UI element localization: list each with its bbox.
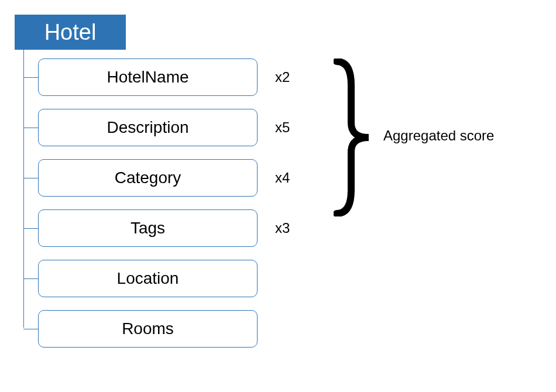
branch-line	[23, 178, 38, 178]
field-multiplier: x3	[275, 220, 304, 236]
aggregated-score-label: Aggregated score	[383, 128, 494, 144]
field-row: Location	[23, 260, 304, 297]
field-box-hotelname: HotelName	[38, 59, 258, 96]
root-entity-label: Hotel	[44, 20, 97, 45]
field-box-rooms: Rooms	[38, 310, 258, 348]
field-box-description: Description	[38, 109, 258, 146]
field-multiplier: x4	[275, 170, 304, 186]
branch-line	[23, 278, 38, 279]
curly-brace-icon	[334, 59, 375, 216]
field-row: Category x4	[23, 159, 304, 197]
branch-line	[23, 329, 38, 329]
branch-line	[23, 128, 38, 128]
field-row: Rooms	[23, 310, 304, 348]
field-row: Tags x3	[23, 209, 304, 247]
field-label: Description	[107, 118, 188, 137]
field-multiplier: x2	[275, 69, 304, 85]
branch-line	[23, 228, 38, 229]
field-box-tags: Tags	[38, 209, 258, 247]
field-label: Rooms	[122, 319, 174, 338]
field-label: Category	[115, 169, 181, 187]
field-box-category: Category	[38, 159, 258, 197]
field-row: HotelName x2	[23, 59, 304, 96]
field-row: Description x5	[23, 109, 304, 146]
field-label: HotelName	[107, 68, 188, 87]
branch-line	[23, 77, 38, 78]
field-label: Location	[117, 269, 179, 288]
field-multiplier: x5	[275, 119, 304, 136]
field-label: Tags	[131, 219, 165, 238]
root-entity-box: Hotel	[15, 15, 126, 50]
field-box-location: Location	[38, 260, 258, 297]
